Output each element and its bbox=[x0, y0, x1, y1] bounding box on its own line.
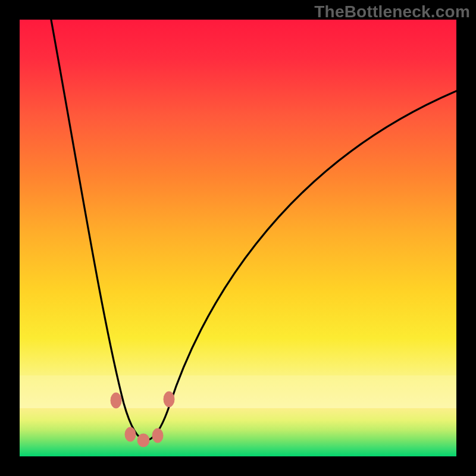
marker-dot bbox=[111, 393, 121, 408]
gradient-lower bbox=[20, 408, 456, 456]
marker-dot bbox=[152, 428, 163, 443]
marker-dot bbox=[164, 392, 174, 407]
chart-svg bbox=[20, 20, 456, 456]
chart-frame: TheBottleneck.com bbox=[0, 0, 476, 476]
gradient-band bbox=[20, 375, 456, 412]
marker-dot bbox=[125, 427, 136, 441]
watermark-text: TheBottleneck.com bbox=[314, 2, 470, 21]
bottleneck-chart bbox=[20, 20, 456, 456]
marker-dot bbox=[137, 434, 149, 447]
